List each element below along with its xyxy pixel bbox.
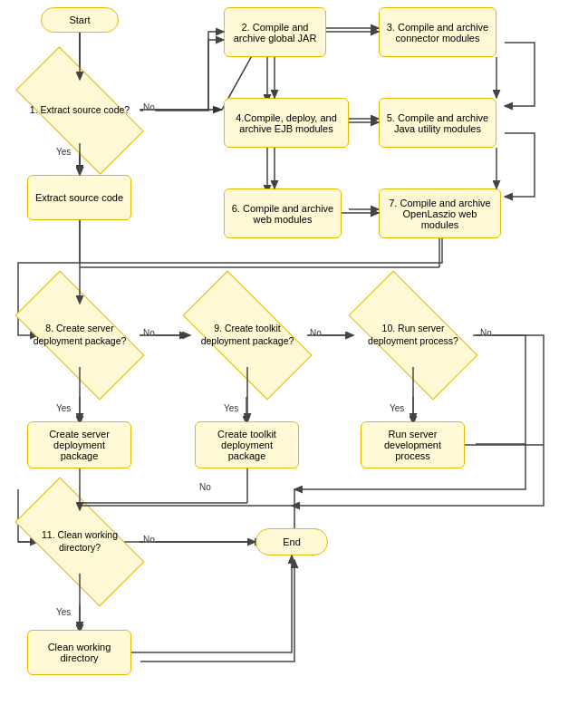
clean-working-rect: Clean working directory — [27, 630, 131, 675]
create-server-label: Create server deployment package — [34, 429, 125, 461]
label-yes-11: Yes — [56, 607, 71, 617]
create-toolkit-rect: Create toolkit deployment package — [195, 421, 299, 468]
run-server-label: Run server development process — [367, 429, 458, 461]
end-label: End — [283, 536, 301, 547]
create-toolkit-label: Create toolkit deployment package — [201, 429, 293, 461]
end-node: End — [255, 528, 328, 555]
extract-source-rect: Extract source code — [27, 175, 131, 220]
label-no-10: No — [480, 328, 492, 338]
label-no-8: No — [143, 328, 155, 338]
node2-rect: 2. Compile and archive global JAR — [224, 7, 326, 57]
extract-source-label: Extract source code — [35, 192, 123, 203]
node3-rect: 3. Compile and archive connector modules — [379, 7, 496, 57]
label-no-1: No — [143, 102, 155, 112]
label-yes-10: Yes — [390, 403, 404, 413]
diamond-11: 11. Clean working directory? — [20, 510, 140, 574]
diamond-9-label: 9. Create toolkit deployment package? — [188, 304, 307, 367]
diamond-11-label: 11. Clean working directory? — [20, 510, 140, 574]
clean-working-label: Clean working directory — [34, 642, 125, 663]
start-node: Start — [41, 7, 119, 33]
node5-label: 5. Compile and archive Java utility modu… — [385, 112, 490, 134]
label-no-9: No — [310, 328, 322, 338]
run-server-rect: Run server development process — [361, 421, 465, 468]
label-yes-1: Yes — [56, 147, 71, 157]
diamond-1: 1. Extract source code? — [20, 80, 140, 141]
node6-label: 6. Compile and archive web modules — [230, 203, 335, 225]
flowchart-diagram: Start 1. Extract source code? Extract so… — [0, 0, 588, 705]
diamond-9: 9. Create toolkit deployment package? — [188, 304, 307, 367]
label-no-11: No — [143, 535, 155, 545]
node2-label: 2. Compile and archive global JAR — [230, 22, 320, 43]
create-server-rect: Create server deployment package — [27, 421, 131, 468]
diamond-10: 10. Run server deployment process? — [353, 304, 473, 367]
node3-label: 3. Compile and archive connector modules — [385, 22, 490, 43]
diamond-8-label: 8. Create server deployment package? — [20, 304, 140, 367]
label-no-bottom: No — [199, 482, 211, 492]
node5-rect: 5. Compile and archive Java utility modu… — [379, 98, 496, 148]
node4-rect: 4.Compile, deploy, and archive EJB modul… — [224, 98, 349, 148]
diamond-10-label: 10. Run server deployment process? — [353, 304, 473, 367]
start-label: Start — [69, 14, 90, 25]
node4-label: 4.Compile, deploy, and archive EJB modul… — [230, 112, 342, 134]
diamond-1-label: 1. Extract source code? — [20, 80, 140, 141]
node6-rect: 6. Compile and archive web modules — [224, 188, 342, 238]
label-yes-8: Yes — [56, 403, 71, 413]
node7-rect: 7. Compile and archive OpenLaszio web mo… — [379, 188, 501, 238]
diamond-8: 8. Create server deployment package? — [20, 304, 140, 367]
label-yes-9: Yes — [224, 403, 238, 413]
node7-label: 7. Compile and archive OpenLaszio web mo… — [385, 198, 495, 230]
